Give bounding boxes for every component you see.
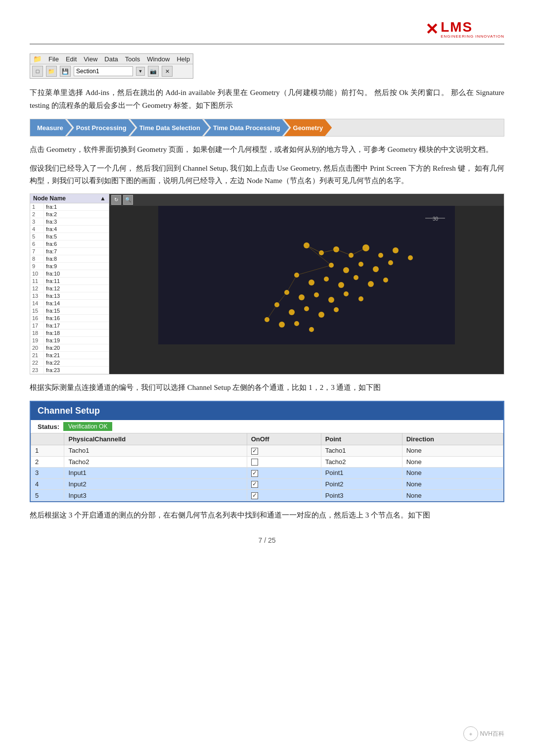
scroll-up-icon[interactable]: ▲ <box>100 195 106 202</box>
list-item[interactable]: 9fra:9 <box>30 263 109 270</box>
tab-post-processing[interactable]: Post Processing <box>67 119 135 136</box>
zoom-icon[interactable]: 🔍 <box>123 195 133 205</box>
row-num: 1 <box>31 445 64 457</box>
dropdown-arrow-icon[interactable]: ▼ <box>136 67 145 76</box>
menu-view[interactable]: View <box>84 55 97 63</box>
list-item[interactable]: 12fra:12 <box>30 285 109 292</box>
channel-table-header: PhysicalChannelId OnOff Point Direction <box>31 433 503 445</box>
menu-help[interactable]: Help <box>177 55 190 63</box>
body-text-2: 点击 Geometry，软件界面切换到 Geometry 页面， 如果创建一个几… <box>30 143 504 156</box>
list-item[interactable]: 6fra:6 <box>30 240 109 248</box>
node-name: fra:8 <box>44 255 109 262</box>
node-name: fra:23 <box>44 367 109 374</box>
checkbox-checked-icon[interactable] <box>251 492 258 499</box>
list-item[interactable]: 10fra:10 <box>30 270 109 278</box>
list-item[interactable]: 17fra:17 <box>30 322 109 330</box>
list-item[interactable]: 1fra:1 <box>30 203 109 211</box>
table-row: 5 Input3 Point3 None <box>31 490 503 501</box>
list-item[interactable]: 21fra:21 <box>30 352 109 359</box>
row-point: Tacho1 <box>321 445 402 457</box>
tab-time-data-processing[interactable]: Time Data Processing <box>204 119 289 136</box>
node-num: 9 <box>30 263 44 270</box>
row-point: Tacho2 <box>321 456 402 468</box>
list-item[interactable]: 2fra:2 <box>30 211 109 218</box>
node-name: fra:2 <box>44 211 109 218</box>
checkbox-checked-icon[interactable] <box>251 470 258 477</box>
save-button[interactable]: 💾 <box>60 66 71 77</box>
list-item[interactable]: 11fra:11 <box>30 278 109 285</box>
node-num: 17 <box>30 322 44 329</box>
menu-data[interactable]: Data <box>104 55 118 63</box>
nvh-circle-icon: ◈ <box>463 726 478 741</box>
svg-point-6 <box>378 253 383 258</box>
list-item[interactable]: 7fra:7 <box>30 248 109 255</box>
menu-tools[interactable]: Tools <box>125 55 140 63</box>
tab-geometry[interactable]: Geometry <box>284 119 332 136</box>
list-item[interactable]: 23fra:23 <box>30 367 109 374</box>
list-item[interactable]: 3fra:3 <box>30 218 109 226</box>
toolbar-row: □ 📁 💾 ▼ 📷 ✕ <box>30 64 193 78</box>
list-item[interactable]: 14fra:14 <box>30 300 109 307</box>
list-item[interactable]: 16fra:16 <box>30 315 109 322</box>
3d-view: ↻ 🔍 <box>109 194 504 374</box>
node-num: 19 <box>30 337 44 344</box>
list-item[interactable]: 20fra:20 <box>30 344 109 352</box>
tab-time-data-selection[interactable]: Time Data Selection <box>131 119 209 136</box>
svg-point-12 <box>373 266 379 272</box>
open-button[interactable]: 📁 <box>46 66 57 77</box>
list-item[interactable]: 15fra:15 <box>30 307 109 315</box>
footer-logo: ◈ NVH百科 <box>463 726 504 741</box>
section-input[interactable] <box>74 66 133 76</box>
list-item[interactable]: 18fra:18 <box>30 330 109 337</box>
node-num: 11 <box>30 278 44 284</box>
node-name: fra:17 <box>44 322 109 329</box>
list-item[interactable]: 19fra:19 <box>30 337 109 344</box>
table-row: 3 Input1 Point1 None <box>31 468 503 479</box>
svg-point-29 <box>304 306 309 311</box>
checkbox-checked-icon[interactable] <box>251 448 258 455</box>
row-onoff[interactable] <box>247 456 321 468</box>
row-num: 2 <box>31 456 64 468</box>
row-point: Point1 <box>321 468 402 479</box>
node-num: 18 <box>30 330 44 336</box>
node-num: 2 <box>30 211 44 218</box>
checkbox-unchecked-icon[interactable] <box>251 459 258 466</box>
list-item[interactable]: 5fra:5 <box>30 233 109 240</box>
table-row: 4 Input2 Point2 None <box>31 478 503 490</box>
svg-point-11 <box>358 262 363 267</box>
tab-measure[interactable]: Measure <box>30 119 72 136</box>
list-item[interactable]: 4fra:4 <box>30 226 109 233</box>
software-window: 📁 File Edit View Data Tools Window Help … <box>30 53 193 79</box>
row-onoff[interactable] <box>247 478 321 490</box>
node-num: 16 <box>30 315 44 322</box>
svg-point-35 <box>309 327 314 332</box>
row-channel: Tacho1 <box>64 445 247 457</box>
svg-point-24 <box>328 297 334 303</box>
row-onoff[interactable] <box>247 468 321 479</box>
body-text-5: 然后根据这 3 个开启通道的测点的分部，在右侧几何节点名列表中找到和通道一一对应… <box>30 509 504 522</box>
node-list-header: Node Name ▲ <box>30 194 109 203</box>
list-item[interactable]: 8fra:8 <box>30 255 109 263</box>
row-onoff[interactable] <box>247 490 321 501</box>
row-channel: Input1 <box>64 468 247 479</box>
row-point: Point3 <box>321 490 402 501</box>
view-toolbar: ↻ 🔍 <box>109 194 504 206</box>
menu-window[interactable]: Window <box>147 55 170 63</box>
channel-table: PhysicalChannelId OnOff Point Direction … <box>31 433 503 501</box>
node-num: 6 <box>30 240 44 247</box>
menu-file[interactable]: File <box>48 55 59 63</box>
new-button[interactable]: □ <box>32 66 43 77</box>
row-onoff[interactable] <box>247 445 321 457</box>
menu-edit[interactable]: Edit <box>66 55 77 63</box>
col-onoff: OnOff <box>247 433 321 445</box>
rotate-icon[interactable]: ↻ <box>111 195 121 205</box>
top-divider <box>30 44 504 45</box>
camera-button[interactable]: 📷 <box>148 66 159 77</box>
checkbox-checked-icon[interactable] <box>251 481 258 488</box>
close-x-button[interactable]: ✕ <box>162 66 173 77</box>
list-item[interactable]: 22fra:22 <box>30 359 109 367</box>
node-name: fra:14 <box>44 300 109 307</box>
list-item[interactable]: 13fra:13 <box>30 292 109 300</box>
node-num: 8 <box>30 255 44 262</box>
status-badge: Verification OK <box>63 422 112 431</box>
